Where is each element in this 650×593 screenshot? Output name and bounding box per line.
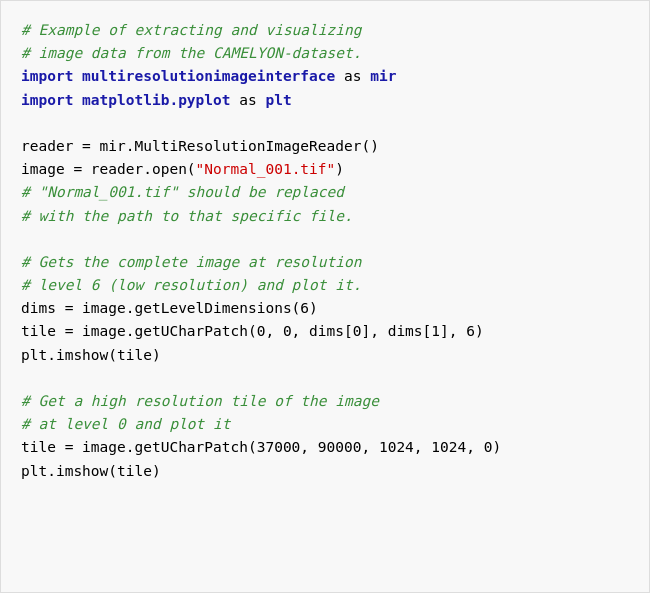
blank-2 xyxy=(21,228,629,251)
alias-mir: mir xyxy=(370,68,396,84)
module-mir: multiresolutionimageinterface xyxy=(82,68,335,84)
image-open-2: ) xyxy=(335,161,344,177)
import-keyword-2: import xyxy=(21,92,82,108)
alias-plt: plt xyxy=(265,92,291,108)
as-2: as xyxy=(231,92,266,108)
line-20: plt.imshow(tile) xyxy=(21,460,629,483)
line-9: # with the path to that specific file. xyxy=(21,205,629,228)
line-8: # "Normal_001.tif" should be replaced xyxy=(21,181,629,204)
line-1: # Example of extracting and visualizing xyxy=(21,19,629,42)
as-1: as xyxy=(335,68,370,84)
line-3: import multiresolutionimageinterface as … xyxy=(21,65,629,88)
line-4: import matplotlib.pyplot as plt xyxy=(21,89,629,112)
line-11: # Gets the complete image at resolution xyxy=(21,251,629,274)
line-6: reader = mir.MultiResolutionImageReader(… xyxy=(21,135,629,158)
string-filename: "Normal_001.tif" xyxy=(196,161,336,177)
image-open-1: image = reader.open( xyxy=(21,161,196,177)
line-7: image = reader.open("Normal_001.tif") xyxy=(21,158,629,181)
module-plt: matplotlib.pyplot xyxy=(82,92,230,108)
line-18: # at level 0 and plot it xyxy=(21,413,629,436)
line-2: # image data from the CAMELYON-dataset. xyxy=(21,42,629,65)
line-13: dims = image.getLevelDimensions(6) xyxy=(21,297,629,320)
blank-1 xyxy=(21,112,629,135)
blank-3 xyxy=(21,367,629,390)
code-block: # Example of extracting and visualizing … xyxy=(21,19,629,483)
import-keyword-1: import xyxy=(21,68,82,84)
line-19: tile = image.getUCharPatch(37000, 90000,… xyxy=(21,436,629,459)
line-12: # level 6 (low resolution) and plot it. xyxy=(21,274,629,297)
line-15: plt.imshow(tile) xyxy=(21,344,629,367)
code-container: # Example of extracting and visualizing … xyxy=(0,0,650,593)
line-14: tile = image.getUCharPatch(0, 0, dims[0]… xyxy=(21,320,629,343)
line-17: # Get a high resolution tile of the imag… xyxy=(21,390,629,413)
